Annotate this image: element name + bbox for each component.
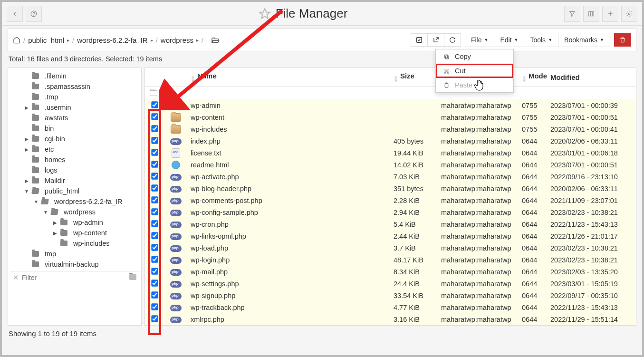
crumb-wordpress[interactable]: wordpress▸: [161, 36, 199, 44]
tree-caret-icon[interactable]: [24, 251, 29, 257]
refresh-button[interactable]: [444, 33, 461, 47]
tree-caret-icon[interactable]: [53, 241, 58, 246]
file-row[interactable]: index.php405 bytesmaharatwp:maharatwp064…: [145, 135, 636, 147]
tree-item[interactable]: ▼public_html: [10, 186, 139, 196]
add-button[interactable]: [602, 6, 618, 22]
tree-item[interactable]: ▶cgi-bin: [10, 134, 139, 144]
file-row[interactable]: xmlrpc.php3.16 KiBmaharatwp:maharatwp064…: [145, 313, 636, 325]
file-row[interactable]: wp-contentmaharatwp:maharatwp07552023/07…: [145, 111, 636, 123]
tree-item[interactable]: ▼wordpress: [10, 207, 139, 217]
select-all-button[interactable]: [411, 33, 428, 47]
file-row[interactable]: license.txt19.44 KiBmaharatwp:maharatwp0…: [145, 147, 636, 159]
tree-item[interactable]: wp-includes: [10, 238, 139, 249]
file-menu[interactable]: File ▼: [465, 33, 494, 47]
file-row[interactable]: wp-adminmaharatwp:maharatwp07552023/07/0…: [145, 99, 636, 111]
export-button[interactable]: [428, 33, 444, 47]
file-row[interactable]: wp-comments-post.php2.28 KiBmaharatwp:ma…: [145, 194, 636, 206]
col-size[interactable]: ▲▼Size: [394, 72, 441, 83]
row-checkbox[interactable]: [151, 244, 158, 251]
tree-item[interactable]: ▶wp-content: [10, 228, 139, 238]
copy-item[interactable]: Copy: [436, 49, 513, 64]
file-row[interactable]: wp-links-opml.php2.44 KiBmaharatwp:mahar…: [145, 230, 636, 242]
columns-icon[interactable]: [583, 6, 599, 22]
crumb-wordpress-622[interactable]: wordpress-6.2.2-fa_IR▸: [77, 36, 153, 44]
tree-item[interactable]: bin: [10, 123, 139, 134]
edit-menu[interactable]: Edit ▼: [494, 33, 524, 47]
file-row[interactable]: wp-includesmaharatwp:maharatwp07552023/0…: [145, 123, 636, 135]
tools-menu[interactable]: Tools ▼: [524, 33, 558, 47]
tree-item[interactable]: virtualmin-backup: [10, 259, 139, 270]
tree-item[interactable]: ▶Maildir: [10, 175, 139, 186]
tree-caret-icon[interactable]: ▶: [53, 220, 58, 225]
tree-caret-icon[interactable]: [24, 74, 29, 79]
help-button[interactable]: [26, 6, 42, 22]
col-mode[interactable]: ▲▼Mode: [522, 72, 550, 83]
file-row[interactable]: wp-cron.php5.4 KiBmaharatwp:maharatwp064…: [145, 218, 636, 230]
tree-item[interactable]: ▶etc: [10, 144, 139, 154]
tree-item[interactable]: awstats: [10, 113, 139, 123]
open-folder-icon[interactable]: [211, 37, 220, 43]
row-checkbox[interactable]: [151, 220, 158, 227]
row-checkbox[interactable]: [151, 315, 158, 322]
crumb-public-html[interactable]: public_html▸: [28, 36, 69, 44]
row-checkbox[interactable]: [151, 184, 158, 191]
col-name[interactable]: ▲▼Name: [188, 72, 394, 83]
row-checkbox[interactable]: [151, 161, 158, 167]
tree-caret-icon[interactable]: ▼: [24, 189, 29, 194]
tree-caret-icon[interactable]: ▶: [24, 136, 29, 142]
tree-item[interactable]: .filemin: [10, 71, 139, 81]
file-row[interactable]: wp-signup.php33.54 KiBmaharatwp:maharatw…: [145, 289, 636, 301]
tree-caret-icon[interactable]: ▼: [43, 210, 48, 215]
file-row[interactable]: wp-settings.php24.4 KiBmaharatwp:maharat…: [145, 278, 636, 289]
row-checkbox[interactable]: [151, 208, 158, 215]
tree-item[interactable]: ▶.usermin: [10, 102, 139, 113]
row-checkbox[interactable]: [151, 256, 158, 262]
tree-caret-icon[interactable]: [24, 157, 29, 163]
filter-input[interactable]: [22, 274, 126, 281]
file-row[interactable]: wp-load.php3.7 KiBmaharatwp:maharatwp064…: [145, 242, 636, 254]
tree-caret-icon[interactable]: ▶: [53, 231, 58, 236]
row-checkbox[interactable]: [151, 291, 158, 298]
file-row[interactable]: wp-trackback.php4.77 KiBmaharatwp:mahara…: [145, 301, 636, 313]
file-row[interactable]: wp-config-sample.php2.94 KiBmaharatwp:ma…: [145, 206, 636, 218]
parent-row[interactable]: ..: [145, 87, 636, 99]
file-row[interactable]: readme.html14.02 KiBmaharatwp:maharatwp0…: [145, 159, 636, 171]
tree-item[interactable]: tmp: [10, 249, 139, 259]
tree-item[interactable]: ▶wp-admin: [10, 217, 139, 228]
row-checkbox[interactable]: [151, 268, 158, 274]
row-checkbox[interactable]: [151, 196, 158, 203]
clear-filter-icon[interactable]: ✕: [13, 274, 19, 281]
row-checkbox[interactable]: [151, 303, 158, 310]
tree-caret-icon[interactable]: [24, 116, 29, 121]
file-row[interactable]: wp-mail.php8.34 KiBmaharatwp:maharatwp06…: [145, 266, 636, 278]
back-button[interactable]: [7, 6, 23, 22]
file-row[interactable]: wp-activate.php7.03 KiBmaharatwp:maharat…: [145, 171, 636, 183]
tree-item[interactable]: .spamassassin: [10, 81, 139, 92]
tree-caret-icon[interactable]: [24, 126, 29, 131]
tree-caret-icon[interactable]: ▼: [34, 199, 38, 204]
settings-button[interactable]: [621, 6, 637, 22]
row-checkbox[interactable]: [151, 149, 158, 155]
row-checkbox[interactable]: [151, 280, 158, 286]
bookmarks-menu[interactable]: Bookmarks ▼: [558, 33, 610, 47]
cut-item[interactable]: Cut: [436, 64, 513, 78]
row-checkbox[interactable]: [151, 113, 158, 120]
filter-icon[interactable]: [564, 6, 580, 22]
tree-item[interactable]: logs: [10, 165, 139, 175]
home-icon[interactable]: [13, 36, 20, 44]
tree-caret-icon[interactable]: ▶: [24, 147, 29, 152]
file-row[interactable]: wp-login.php48.17 KiBmaharatwp:maharatwp…: [145, 254, 636, 266]
file-row[interactable]: wp-blog-header.php351 bytesmaharatwp:mah…: [145, 183, 636, 194]
row-checkbox[interactable]: [151, 125, 158, 132]
star-icon[interactable]: [259, 8, 271, 20]
tree-caret-icon[interactable]: [24, 84, 29, 89]
tree-caret-icon[interactable]: ▶: [24, 105, 29, 110]
tree-item[interactable]: .tmp: [10, 92, 139, 102]
tree-caret-icon[interactable]: [24, 95, 29, 100]
row-checkbox[interactable]: [151, 137, 158, 144]
tree-caret-icon[interactable]: ▶: [24, 178, 29, 183]
tree-item[interactable]: homes: [10, 154, 139, 165]
col-modified[interactable]: Modified: [550, 73, 636, 81]
tree-caret-icon[interactable]: [24, 168, 29, 173]
tree-caret-icon[interactable]: [24, 262, 29, 267]
